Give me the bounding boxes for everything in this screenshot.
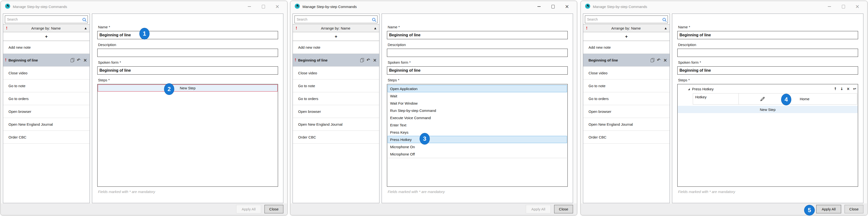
add-command-button[interactable]: + [293,32,379,41]
search-icon[interactable] [83,18,86,21]
close-button[interactable]: Close [844,205,863,213]
name-field[interactable] [97,31,278,39]
delete-icon[interactable]: × [373,58,377,62]
minimize-button[interactable] [537,4,541,9]
step-type-option[interactable]: Wait [388,92,567,99]
step-type-option[interactable]: Press Keys [388,129,567,136]
list-item[interactable]: Close video [293,67,379,80]
description-field[interactable] [387,49,568,57]
steps-list-box: New Step [97,84,278,187]
move-step-up-icon[interactable]: ↑ [834,87,837,91]
apply-all-button[interactable]: Apply All [526,205,551,213]
arrange-by-row[interactable]: ! Arrange by: Name ▲ [583,24,670,32]
close-button[interactable]: Close [265,205,283,213]
search-icon[interactable] [662,18,666,21]
list-item[interactable]: Open New England Journal [293,118,379,131]
step-type-option[interactable]: Run Step-by-step Command [388,107,567,114]
list-item[interactable]: Add new note [3,41,90,54]
undo-icon[interactable]: ↶ [77,58,80,62]
add-command-button[interactable]: + [3,32,90,41]
list-item-label: Go to note [589,84,606,88]
list-item[interactable]: Order CBC [583,131,670,144]
list-item[interactable]: Open New England Journal [583,118,670,131]
minimize-button[interactable] [827,4,832,9]
copy-icon[interactable] [360,58,364,62]
apply-all-button[interactable]: Apply All [236,205,261,213]
arrange-by-row[interactable]: ! Arrange by: Name ▲ [3,24,90,32]
minimize-button[interactable] [247,4,251,9]
arrange-by-row[interactable]: ! Arrange by: Name ▲ [293,24,379,32]
edit-hotkey-cell[interactable] [739,93,786,104]
minimize-icon [828,6,831,7]
search-input[interactable] [587,18,662,21]
list-item-label: Open New England Journal [8,122,53,126]
new-step-row[interactable]: New Step [678,106,858,113]
list-item-selected[interactable]: Beginning of line ↶ × [583,54,670,67]
step-type-option[interactable]: Open Application [388,85,567,92]
new-step-row[interactable]: New Step [98,85,278,92]
titlebar[interactable]: Manage Step-by-step Commands × [290,1,577,12]
description-field[interactable] [677,49,858,57]
copy-icon[interactable] [71,58,74,62]
name-field[interactable] [677,31,858,39]
spoken-form-field[interactable] [387,66,568,74]
titlebar[interactable]: Manage Step-by-step Commands × [1,1,287,12]
step-type-option[interactable]: Execute Voice Command [388,114,567,121]
steps-list-box: ◢ Press Hotkey ↑ ↓ × ↩ Hotkey Home [677,84,858,187]
maximize-button[interactable] [261,4,266,9]
list-item[interactable]: Open New England Journal [3,118,90,131]
undo-icon[interactable]: ↶ [657,58,660,62]
list-item[interactable]: Go to note [583,80,670,92]
list-item[interactable]: Open browser [583,105,670,118]
spoken-form-field[interactable] [97,66,278,74]
list-item-selected[interactable]: ! Beginning of line ↶ × [3,54,90,67]
step-type-option[interactable]: Microphone On [388,143,567,150]
list-item[interactable]: Go to orders [3,92,90,105]
list-item-selected[interactable]: ! Beginning of line ↶ × [293,54,379,67]
hotkey-value[interactable]: Home [786,93,857,104]
expander-icon[interactable]: ◢ [688,88,690,90]
close-button[interactable]: Close [554,205,573,213]
step-type-option[interactable]: Enter Text [388,121,567,129]
list-item[interactable]: Go to note [3,80,90,92]
search-input[interactable] [7,18,83,21]
list-item[interactable]: Go to orders [293,92,379,105]
titlebar[interactable]: Manage Step-by-step Commands × [581,1,867,12]
maximize-button[interactable] [551,4,555,9]
list-item[interactable]: Add new note [293,41,379,54]
search-input[interactable] [297,18,372,21]
search-icon[interactable] [372,18,375,21]
window-title: Manage Step-by-step Commands [303,5,357,9]
delete-icon[interactable]: × [83,58,87,62]
description-field[interactable] [97,49,278,57]
copy-icon[interactable] [651,58,654,62]
apply-all-button[interactable]: Apply All [816,205,841,213]
delete-step-icon[interactable]: × [847,87,850,91]
list-item[interactable]: Go to orders [583,92,670,105]
list-item[interactable]: Add new note [583,41,670,54]
close-window-button[interactable]: × [565,4,569,9]
close-window-button[interactable]: × [275,4,279,9]
add-command-button[interactable]: + [583,32,670,41]
step-type-option[interactable]: Wait For Window [388,99,567,107]
move-step-down-icon[interactable]: ↓ [840,87,843,91]
list-item[interactable]: Close video [3,67,90,80]
name-label: Name * [678,25,858,30]
list-item[interactable]: Open browser [3,105,90,118]
name-field[interactable] [387,31,568,39]
list-item[interactable]: Order CBC [293,131,379,144]
step-type-option[interactable]: Microphone Off [388,150,567,158]
maximize-button[interactable] [841,4,845,9]
list-item[interactable]: Open browser [293,105,379,118]
list-item[interactable]: Go to note [293,80,379,92]
command-list-panel: ! Arrange by: Name ▲ + Add new note Begi… [583,13,670,203]
list-item[interactable]: Close video [583,67,670,80]
collapse-step-icon[interactable]: ↩ [853,87,856,91]
list-item[interactable]: Order CBC [3,131,90,144]
step-type-option-press-hotkey[interactable]: Press Hotkey [388,136,567,143]
close-window-button[interactable]: × [855,4,860,9]
spoken-form-field[interactable] [677,66,858,74]
window-title: Manage Step-by-step Commands [13,5,67,9]
delete-icon[interactable]: × [663,58,667,62]
undo-icon[interactable]: ↶ [367,58,370,62]
